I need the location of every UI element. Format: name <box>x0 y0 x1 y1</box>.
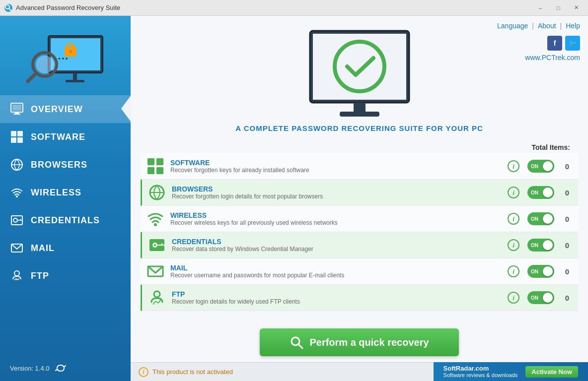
browsers-toggle[interactable] <box>527 186 554 199</box>
wireless-item-text: WIRELESS Recover wireless keys for all p… <box>170 211 508 226</box>
quick-recovery-label: Perform a quick recovery <box>309 337 429 348</box>
top-links: Language | About | Help <box>497 22 580 30</box>
credentials-item-icon <box>148 236 166 254</box>
item-row-ftp: FTP Recover login details for widely use… <box>141 285 578 311</box>
sidebar-item-label-software: SOFTWARE <box>31 132 85 142</box>
svg-point-45 <box>154 244 156 246</box>
sidebar-item-ftp[interactable]: FTP <box>0 262 131 290</box>
app-body: * * * * <box>0 16 588 381</box>
wireless-item-name: WIRELESS <box>170 211 508 219</box>
sidebar-item-wireless[interactable]: WIRELESS <box>0 179 131 206</box>
about-link[interactable]: About <box>538 22 556 30</box>
sidebar-item-credentials[interactable]: CREDENTIALS <box>0 206 131 234</box>
main-content: Language | About | Help f 🐦 www.PCTrek.c… <box>131 16 588 381</box>
sidebar-logo: * * * * <box>0 16 131 95</box>
svg-rect-19 <box>11 137 16 143</box>
help-link[interactable]: Help <box>566 22 580 30</box>
hero-section: A COMPLETE PASSWORD RECOVERING SUITE FOR… <box>131 16 588 143</box>
monitor-checkmark-svg <box>295 26 424 120</box>
software-item-desc: Recover forgotten keys for already insta… <box>170 167 508 174</box>
credentials-toggle[interactable] <box>527 239 554 252</box>
status-info-icon: i <box>139 367 148 377</box>
mail-info-button[interactable]: i <box>508 265 519 277</box>
overview-icon <box>10 102 24 116</box>
quick-recovery-button[interactable]: Perform a quick recovery <box>260 328 458 356</box>
sidebar: * * * * <box>0 16 131 381</box>
maximize-button[interactable]: □ <box>550 3 566 13</box>
sidebar-item-mail[interactable]: MAIL <box>0 234 131 262</box>
sidebar-item-label-mail: MAIL <box>31 243 55 254</box>
wireless-count: 0 <box>562 215 572 223</box>
browsers-info-button[interactable]: i <box>508 187 519 198</box>
mail-icon <box>10 241 24 255</box>
mail-count: 0 <box>562 267 572 276</box>
svg-rect-36 <box>147 158 154 165</box>
ftp-toggle[interactable] <box>527 291 554 304</box>
svg-rect-18 <box>17 131 23 136</box>
sidebar-item-label-credentials: CREDENTIALS <box>31 215 100 226</box>
svg-point-6 <box>69 50 72 53</box>
ftp-item-icon <box>148 289 166 307</box>
svg-rect-34 <box>354 103 366 112</box>
window-controls: – □ ✕ <box>532 3 584 13</box>
hero-tagline: A COMPLETE PASSWORD RECOVERING SUITE FOR… <box>235 124 483 132</box>
svg-rect-16 <box>13 114 20 115</box>
credentials-item-name: CREDENTIALS <box>172 238 508 246</box>
status-bar: i This product is not activated SoftRada… <box>131 362 588 381</box>
svg-point-25 <box>13 218 17 222</box>
twitter-button[interactable]: 🐦 <box>565 36 580 51</box>
item-row-mail: MAIL Recover username and passwords for … <box>141 258 578 285</box>
status-message: This product is not activated <box>152 368 233 376</box>
browsers-item-name: BROWSERS <box>172 185 508 193</box>
wireless-item-icon <box>147 210 164 228</box>
svg-point-42 <box>154 223 157 226</box>
svg-rect-37 <box>156 158 163 165</box>
sidebar-item-browsers[interactable]: BROWSERS <box>0 151 131 179</box>
credentials-icon <box>10 213 24 227</box>
software-info-button[interactable]: i <box>508 160 519 172</box>
sidebar-item-software[interactable]: SOFTWARE <box>0 123 131 151</box>
nav-items: OVERVIEW SOFTWARE <box>0 95 131 355</box>
wireless-icon <box>10 186 24 199</box>
svg-rect-9 <box>66 80 84 82</box>
minimize-button[interactable]: – <box>532 3 548 13</box>
mail-item-icon <box>147 262 164 280</box>
ftp-info-button[interactable]: i <box>508 292 519 304</box>
svg-rect-17 <box>11 131 16 136</box>
browsers-item-desc: Recover forgotten login details for most… <box>172 193 508 200</box>
sidebar-item-overview[interactable]: OVERVIEW <box>0 95 131 123</box>
mail-toggle[interactable] <box>527 265 554 278</box>
wireless-toggle[interactable] <box>527 212 554 225</box>
item-row-browsers: BROWSERS Recover forgotten login details… <box>141 180 578 206</box>
separator-1: | <box>532 22 534 30</box>
svg-rect-39 <box>156 167 163 174</box>
credentials-item-text: CREDENTIALS Recover data stored by Windo… <box>172 238 508 253</box>
website-link[interactable]: www.PCTrek.com <box>525 54 580 62</box>
credentials-info-button[interactable]: i <box>508 239 519 251</box>
sidebar-item-label-browsers: BROWSERS <box>31 160 87 170</box>
language-link[interactable]: Language <box>497 22 528 30</box>
facebook-button[interactable]: f <box>547 36 562 51</box>
items-section: Total Items: SOFTWARE Recover forgotten … <box>131 143 588 322</box>
ftp-icon <box>10 269 24 283</box>
software-toggle[interactable] <box>527 160 554 173</box>
close-button[interactable]: ✕ <box>568 3 584 13</box>
app-title: Advanced Password Recovery Suite <box>16 4 532 11</box>
browsers-count: 0 <box>562 189 572 197</box>
refresh-button[interactable] <box>55 362 67 374</box>
softRadar-subtitle: Software reviews & downloads <box>443 372 518 379</box>
svg-point-49 <box>154 291 160 297</box>
sidebar-item-label-overview: OVERVIEW <box>31 104 83 115</box>
wireless-info-button[interactable]: i <box>508 213 519 225</box>
activate-now-button[interactable]: Activate Now <box>525 366 578 378</box>
recovery-section: Perform a quick recovery <box>131 322 588 362</box>
svg-line-51 <box>298 344 302 348</box>
app-logo: * * * * <box>21 26 110 90</box>
sidebar-item-label-ftp: FTP <box>31 271 49 281</box>
ftp-item-text: FTP Recover login details for widely use… <box>172 290 508 305</box>
svg-point-23 <box>16 195 18 197</box>
mail-item-name: MAIL <box>170 264 508 272</box>
hero-graphic <box>295 26 424 120</box>
svg-rect-35 <box>340 112 379 117</box>
sidebar-footer: Version: 1.4.0 <box>0 355 131 381</box>
